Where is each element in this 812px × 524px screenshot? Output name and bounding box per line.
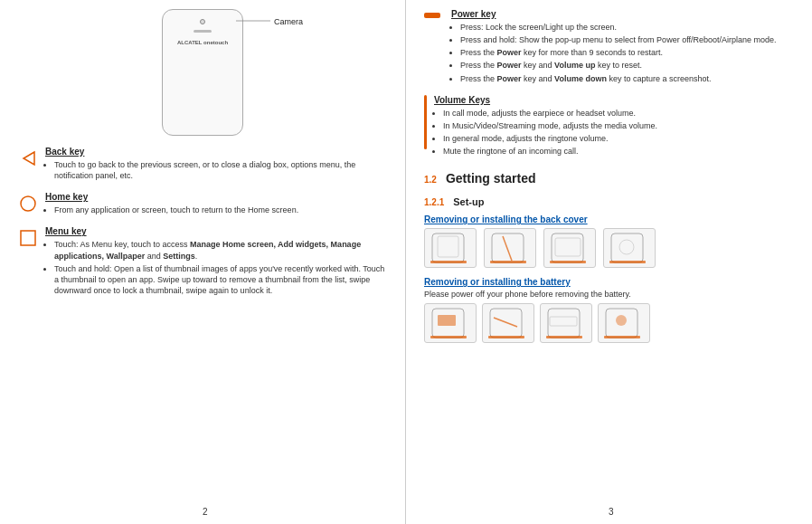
volume-bullet-3: In general mode, adjusts the ringtone vo…: [443, 133, 794, 144]
back-cover-img-2: [484, 228, 536, 268]
volume-bullet-4: Mute the ringtone of an incoming call.: [443, 146, 794, 157]
svg-rect-15: [611, 233, 643, 262]
page-right: Power key Press: Lock the screen/Light u…: [406, 0, 812, 524]
page-number-left: 2: [203, 507, 208, 517]
back-cover-img-1: [424, 228, 477, 268]
home-key-bullets: From any application or screen, touch to…: [45, 205, 387, 215]
volume-key-content: Volume Keys In call mode, adjusts the ea…: [434, 95, 794, 159]
volume-bullet-1: In call mode, adjusts the earpiece or he…: [443, 108, 794, 119]
phone-brand: ALCATEL onetouch: [177, 40, 228, 47]
battery-img-2: [482, 303, 534, 343]
power-bullet-5: Press the Power key and Volume down key …: [460, 73, 794, 84]
home-key-bullet-1: From any application or screen, touch to…: [54, 205, 387, 215]
svg-rect-25: [550, 317, 577, 326]
svg-point-3: [21, 196, 35, 211]
setup-heading: 1.2.1 Set-up: [424, 193, 794, 211]
getting-started-heading: 1.2 Getting started: [424, 171, 794, 189]
power-bullet-4: Press the Power key and Volume up key to…: [460, 60, 794, 71]
menu-key-bullet-2: Touch and hold: Open a list of thumbnail…: [54, 263, 387, 296]
menu-key-bullets: Touch: As Menu key, touch to access Mana…: [45, 239, 387, 296]
volume-key-title: Volume Keys: [434, 95, 794, 105]
back-key-section: Back key Touch to go back to the previou…: [18, 147, 387, 183]
camera-dot: [200, 19, 205, 24]
home-key-section: Home key From any application or screen,…: [18, 192, 387, 217]
back-key-title: Back key: [45, 147, 387, 157]
home-key-title: Home key: [45, 192, 387, 202]
power-bullet-3: Press the Power key for more than 9 seco…: [460, 47, 794, 58]
section-number: 1.2: [424, 175, 437, 185]
svg-rect-13: [555, 238, 581, 256]
battery-img-1: [424, 303, 477, 343]
volume-key-section: Volume Keys In call mode, adjusts the ea…: [424, 95, 794, 159]
power-key-icon: [424, 11, 444, 21]
svg-marker-2: [24, 152, 34, 165]
power-key-content: Power key Press: Lock the screen/Light u…: [451, 9, 794, 86]
menu-key-bullet-1: Touch: As Menu key, touch to access Mana…: [54, 239, 387, 261]
volume-bullet-2: In Music/Video/Streaming mode, adjusts t…: [443, 120, 794, 131]
volume-key-bullets: In call mode, adjusts the earpiece or he…: [434, 108, 794, 157]
back-cover-img-3: [543, 228, 596, 268]
phone-speaker: [194, 30, 212, 33]
svg-rect-26: [546, 336, 582, 338]
menu-key-icon: [18, 228, 38, 248]
svg-rect-11: [490, 261, 526, 263]
page-left: ALCATEL onetouch Camera Back key Touch t…: [0, 0, 406, 524]
volume-bar-icon: [424, 95, 427, 149]
power-bullet-2: Press and hold: Show the pop-up menu to …: [460, 34, 794, 45]
section-title: Getting started: [446, 171, 536, 186]
camera-label-line: Camera: [236, 14, 345, 32]
back-cover-img-4: [603, 228, 656, 268]
subsection-number: 1.2.1: [424, 197, 444, 207]
svg-rect-8: [430, 261, 467, 263]
home-key-icon: [18, 194, 38, 214]
svg-rect-17: [609, 261, 646, 263]
back-key-bullet-1: Touch to go back to the previous screen,…: [54, 159, 387, 181]
subsection-title: Set-up: [453, 196, 484, 207]
battery-link: Removing or installing the battery: [424, 277, 794, 287]
back-cover-link: Removing or installing the back cover: [424, 214, 794, 224]
svg-rect-4: [21, 231, 35, 245]
svg-point-16: [619, 240, 634, 254]
page-number-right: 3: [609, 507, 614, 517]
phone-image: ALCATEL onetouch: [162, 9, 243, 136]
svg-rect-21: [490, 309, 522, 338]
back-key-bullets: Touch to go back to the previous screen,…: [45, 159, 387, 181]
svg-line-10: [503, 236, 512, 261]
battery-description: Please power off your phone before remov…: [424, 290, 794, 299]
power-key-section: Power key Press: Lock the screen/Light u…: [424, 9, 794, 86]
svg-rect-5: [424, 13, 440, 18]
back-cover-images: [424, 228, 794, 268]
back-key-icon: [18, 148, 38, 168]
back-key-content: Back key Touch to go back to the previou…: [45, 147, 387, 183]
svg-rect-24: [548, 309, 580, 338]
battery-img-4: [598, 303, 650, 343]
power-bullet-1: Press: Lock the screen/Light up the scre…: [460, 22, 794, 33]
svg-rect-19: [438, 315, 456, 326]
svg-rect-20: [430, 336, 467, 338]
svg-rect-29: [604, 336, 640, 338]
phone-illustration: ALCATEL onetouch Camera: [18, 9, 387, 136]
battery-img-3: [540, 303, 592, 343]
svg-point-28: [616, 315, 627, 326]
power-key-bullets: Press: Lock the screen/Light up the scre…: [451, 22, 794, 84]
svg-rect-23: [488, 336, 524, 338]
svg-text:Camera: Camera: [274, 17, 303, 26]
battery-images: [424, 303, 794, 343]
svg-rect-6: [432, 233, 464, 262]
power-key-title: Power key: [451, 9, 794, 19]
menu-key-content: Menu key Touch: As Menu key, touch to ac…: [45, 226, 387, 298]
svg-rect-7: [438, 236, 458, 257]
svg-line-22: [494, 318, 517, 327]
svg-rect-14: [550, 261, 586, 263]
menu-key-title: Menu key: [45, 226, 387, 236]
home-key-content: Home key From any application or screen,…: [45, 192, 387, 217]
menu-key-section: Menu key Touch: As Menu key, touch to ac…: [18, 226, 387, 298]
